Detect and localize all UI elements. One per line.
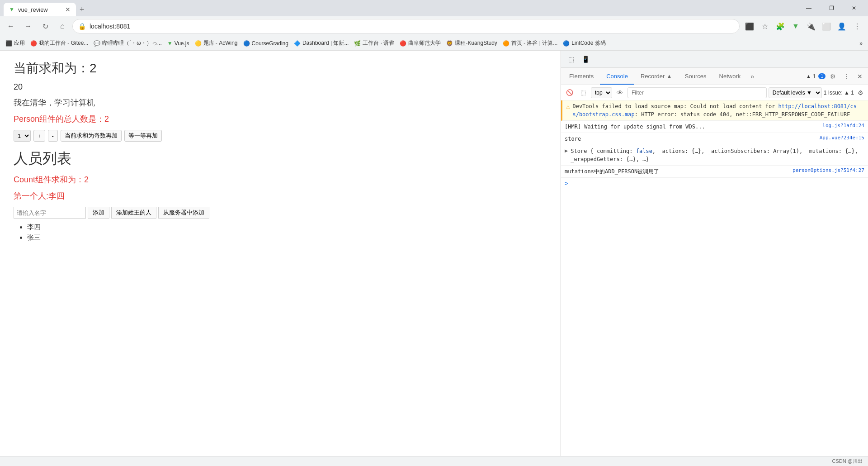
main-area: 当前求和为：2 20 我在清华，学习计算机 Person组件的总人数是：2 1 …	[0, 51, 868, 456]
warning-icon: ⚠	[566, 103, 570, 110]
cast-icon[interactable]: ⬛	[742, 19, 757, 33]
issues-count-badge: 1	[818, 73, 826, 79]
bookmark-vuejs[interactable]: ▼ Vue.js	[167, 40, 189, 47]
star-icon[interactable]: ☆	[758, 19, 772, 33]
issues-badge-label: ▲ 1	[806, 73, 816, 80]
bookmark-lintcode[interactable]: 🔵 LintCode 炼码	[563, 39, 605, 47]
tab-favicon: ▼	[9, 6, 15, 13]
console-filter-bar: 🚫 ⬚ top 👁 Default levels ▼ 1 Issue: ▲ 1 …	[561, 85, 868, 100]
bookmark-gitee[interactable]: 🔴 我的工作台 - Gitee...	[30, 39, 88, 47]
console-prompt-row: >	[561, 178, 868, 189]
vue-icon[interactable]: ▼	[788, 19, 803, 33]
tab-recorder[interactable]: Recorder ▲	[634, 68, 679, 85]
add-person-button[interactable]: 添加	[88, 207, 109, 219]
store-file-link[interactable]: App.vue?234e:15	[820, 135, 864, 141]
forward-button[interactable]: →	[21, 19, 35, 33]
lock-icon: 🔒	[78, 23, 86, 30]
kuangstudy-icon: 🦁	[446, 40, 453, 47]
bookmark-dashboard-label: Dashboard | 知新...	[302, 39, 349, 47]
bookmark-more-button[interactable]: »	[859, 40, 863, 47]
tab-console[interactable]: Console	[600, 68, 634, 85]
bookmark-yuque[interactable]: 🌿 工作台 · 语雀	[354, 39, 394, 47]
status-bar: CSDN @川出	[0, 456, 868, 466]
tab-elements[interactable]: Elements	[563, 68, 600, 85]
profile-icon[interactable]: 👤	[835, 19, 849, 33]
lintcode-icon: 🔵	[563, 40, 570, 47]
bookmark-qfnu-label: 曲阜师范大学	[408, 39, 441, 47]
tab-close-button[interactable]: ✕	[65, 6, 71, 13]
default-levels-select[interactable]: Default levels ▼	[769, 87, 822, 98]
context-selector[interactable]: top	[591, 87, 612, 98]
console-prompt-button[interactable]: ⬚	[577, 87, 589, 99]
minimize-button[interactable]: —	[798, 1, 819, 15]
bookmark-kuangstudy[interactable]: 🦁 课程-KuangStudy	[446, 39, 497, 47]
more-icon[interactable]: ⋮	[850, 19, 864, 33]
hmr-text: [HMR] Waiting for update signal from WDS…	[565, 123, 820, 131]
more-tabs-button[interactable]: »	[747, 73, 758, 80]
page-number: 20	[14, 82, 547, 92]
console-gear-icon[interactable]: ⚙	[856, 89, 865, 96]
add-from-server-button[interactable]: 从服务器中添加	[158, 207, 209, 219]
maximize-button[interactable]: ❐	[821, 1, 842, 15]
acwing-icon: 🟡	[195, 40, 202, 47]
console-messages: ⚠ DevTools failed to load source map: Co…	[561, 100, 868, 456]
console-message-mutation: mutations中的ADD_PERSON被调用了 personOptions.…	[561, 166, 868, 178]
store-detail-text: Store {_committing: false, _actions: {…}…	[571, 147, 864, 163]
active-tab[interactable]: ▼ vue_review ✕	[4, 3, 76, 16]
bookmark-coursegrading[interactable]: 🔵 CourseGrading	[243, 40, 288, 47]
address-text: localhost:8081	[90, 23, 734, 30]
tab-network[interactable]: Network	[713, 68, 747, 85]
bookmark-acwing[interactable]: 🟡 题库 - AcWing	[195, 39, 238, 47]
bookmark-apps[interactable]: ⬛ 应用	[5, 39, 25, 47]
minus-button[interactable]: -	[48, 130, 58, 142]
bookmark-luogu-label: 首页 - 洛谷 | 计算...	[511, 39, 557, 47]
page-content: 当前求和为：2 20 我在清华，学习计算机 Person组件的总人数是：2 1 …	[0, 51, 561, 456]
title-bar: ▼ vue_review ✕ + — ❐ ✕	[0, 0, 868, 16]
bookmark-qfnu[interactable]: 🔴 曲阜师范大学	[400, 39, 441, 47]
name-input[interactable]	[14, 207, 86, 219]
number-select[interactable]: 1 2 3	[14, 130, 31, 142]
home-button[interactable]: ⌂	[55, 19, 70, 33]
devtools-tabs: Elements Console Recorder ▲ Sources Netw…	[561, 68, 868, 85]
mutation-file-link[interactable]: personOptions.js?51f4:27	[793, 167, 864, 173]
bookmark-yuque-label: 工作台 · 语雀	[363, 39, 394, 47]
devtools-dots-icon[interactable]: ⋮	[840, 70, 853, 83]
devtools-close-icon[interactable]: ✕	[854, 70, 866, 83]
person-list: 李四 张三	[14, 223, 547, 242]
prompt-arrow-icon: >	[565, 180, 568, 187]
warning-link[interactable]: http://localhost:8081/css/bootstrap.css.…	[572, 103, 857, 118]
devtools-panel: ⬚ 📱 Elements Console Recorder ▲ Sources …	[561, 51, 868, 456]
add-odd-button[interactable]: 当前求和为奇数再加	[61, 130, 122, 142]
tab-sources[interactable]: Sources	[679, 68, 713, 85]
back-button[interactable]: ←	[4, 19, 18, 33]
add-wang-button[interactable]: 添加姓王的人	[111, 207, 156, 219]
wait-add-button[interactable]: 等一等再加	[124, 130, 162, 142]
split-icon[interactable]: ⬜	[819, 19, 834, 33]
bookmark-bilibili[interactable]: 💬 哔哩哔哩（`・ω・）っ...	[94, 39, 161, 47]
puzzle-icon[interactable]: 🔌	[804, 19, 818, 33]
bookmarks-bar: ⬛ 应用 🔴 我的工作台 - Gitee... 💬 哔哩哔哩（`・ω・）っ...…	[0, 36, 868, 51]
expand-icon[interactable]: ▶	[565, 147, 568, 154]
close-button[interactable]: ✕	[844, 1, 864, 15]
plus-button[interactable]: +	[33, 130, 45, 142]
bookmark-dashboard[interactable]: 🔷 Dashboard | 知新...	[294, 39, 349, 47]
extensions-icon[interactable]: 🧩	[773, 19, 788, 33]
page-text: 我在清华，学习计算机	[14, 97, 547, 108]
device-icon[interactable]: 📱	[579, 53, 592, 66]
console-clear-button[interactable]: 🚫	[564, 87, 576, 99]
qfnu-icon: 🔴	[400, 40, 406, 47]
inspect-icon[interactable]: ⬚	[565, 53, 577, 66]
gitee-icon: 🔴	[30, 40, 37, 47]
eye-icon[interactable]: 👁	[614, 87, 626, 99]
refresh-button[interactable]: ↻	[38, 19, 52, 33]
console-filter-input[interactable]	[627, 87, 767, 98]
new-tab-button[interactable]: +	[76, 3, 88, 16]
navigation-bar: ← → ↻ ⌂ 🔒 localhost:8081 ⬛ ☆ 🧩 ▼ 🔌 ⬜ 👤 ⋮	[0, 16, 868, 36]
hmr-file-link[interactable]: log.js?1afd:24	[822, 123, 864, 128]
devtools-gear-icon[interactable]: ⚙	[826, 70, 839, 83]
address-bar[interactable]: 🔒 localhost:8081	[72, 19, 740, 33]
first-person-label: 第一个人:李四	[14, 190, 547, 201]
bookmark-luogu[interactable]: 🟠 首页 - 洛谷 | 计算...	[503, 39, 557, 47]
list-item: 张三	[27, 233, 547, 242]
window-controls: — ❐ ✕	[798, 1, 864, 15]
